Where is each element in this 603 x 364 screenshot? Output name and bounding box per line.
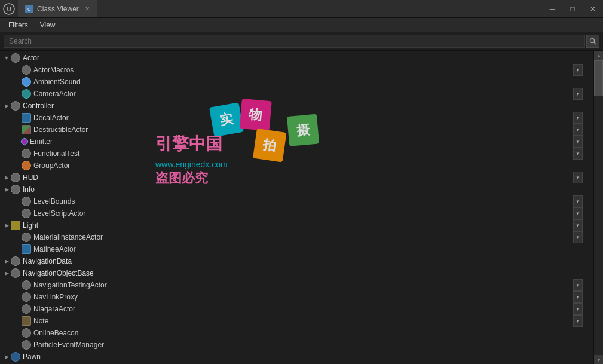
expand-arrow-navigationdata[interactable]: ▶ — [2, 257, 11, 265]
node-icon-light — [11, 221, 20, 230]
expand-arrow-navigationobjectbase[interactable]: ▶ — [2, 269, 11, 277]
tree-item-navigationtestingactor[interactable]: NavigationTestingActor▼ — [0, 279, 593, 291]
main-scrollbar[interactable]: ▲ ▼ — [593, 51, 603, 364]
tree-item-decalactor[interactable]: DecalActor▼ — [0, 112, 593, 124]
close-btn[interactable]: ✕ — [583, 0, 603, 18]
node-icon-emitter — [20, 137, 29, 146]
expand-arrow-pawn[interactable]: ▶ — [2, 353, 11, 361]
node-icon-navigationobjectbase — [11, 268, 20, 278]
search-icon — [589, 38, 596, 45]
item-label-actor: Actor — [23, 54, 39, 62]
dropdown-btn-note[interactable]: ▼ — [573, 315, 583, 327]
item-label-ambientsound: AmbientSound — [33, 78, 81, 86]
expand-arrow-controller[interactable]: ▶ — [2, 102, 11, 110]
item-label-groupactor: GroupActor — [33, 161, 70, 170]
dropdown-btn-emitter[interactable]: ▼ — [573, 136, 583, 148]
tree-item-niagaraactor[interactable]: NiagaraActor▼ — [0, 303, 593, 315]
main-content: ▼ActorActorMacros▼AmbientSoundCameraActo… — [0, 51, 603, 364]
item-label-navigationobjectbase: NavigationObjectBase — [23, 269, 94, 277]
expand-arrow-actor[interactable]: ▼ — [2, 54, 11, 62]
item-label-navigationdata: NavigationData — [23, 257, 72, 265]
scroll-track[interactable] — [594, 60, 603, 355]
tree-item-actor[interactable]: ▼Actor — [0, 52, 593, 64]
expand-arrow-info[interactable]: ▶ — [2, 185, 11, 194]
class-viewer-tab[interactable]: C Class Viewer ✕ — [18, 0, 97, 17]
dropdown-btn-levelscriptactor[interactable]: ▼ — [573, 207, 583, 219]
item-label-matineeactor: MatineeActor — [33, 245, 76, 253]
tree-item-hud[interactable]: ▶HUD▼ — [0, 172, 593, 183]
tree-item-materialinstanceactor[interactable]: MaterialInstanceActor▼ — [0, 231, 593, 243]
tree-item-particleeventmanager[interactable]: ParticleEventManager — [0, 339, 593, 351]
tree-view[interactable]: ▼ActorActorMacros▼AmbientSoundCameraActo… — [0, 51, 593, 364]
tree-item-ambientsound[interactable]: AmbientSound — [0, 76, 593, 88]
tree-item-onlinebeacon[interactable]: OnlineBeacon — [0, 327, 593, 339]
search-bar — [0, 32, 603, 51]
tab-close-btn[interactable]: ✕ — [85, 5, 90, 12]
item-label-levelbounds: LevelBounds — [33, 197, 75, 206]
item-label-onlinebeacon: OnlineBeacon — [33, 329, 78, 337]
node-icon-particleeventmanager — [22, 340, 31, 350]
minimize-btn[interactable]: ─ — [542, 0, 562, 18]
dropdown-btn-light[interactable]: ▼ — [573, 219, 583, 231]
node-icon-pawn — [11, 352, 20, 362]
search-button[interactable] — [586, 35, 599, 48]
svg-text:U: U — [7, 6, 11, 13]
tree-item-light[interactable]: ▶Light▼ — [0, 219, 593, 231]
dropdown-btn-hud[interactable]: ▼ — [573, 172, 583, 183]
tree-item-levelscriptactor[interactable]: LevelScriptActor▼ — [0, 207, 593, 219]
tab-label: Class Viewer — [37, 5, 79, 13]
item-label-materialinstanceactor: MaterialInstanceActor — [33, 233, 103, 241]
node-icon-controller — [11, 101, 20, 111]
node-icon-levelscriptactor — [22, 209, 31, 218]
dropdown-btn-levelbounds[interactable]: ▼ — [573, 195, 583, 207]
item-label-functionaltest: FunctionalTest — [33, 149, 79, 158]
dropdown-btn-navigationtestingactor[interactable]: ▼ — [573, 279, 583, 291]
dropdown-btn-destructibleactor[interactable]: ▼ — [573, 124, 583, 136]
item-label-particleeventmanager: ParticleEventManager — [33, 341, 104, 349]
scroll-down-btn[interactable]: ▼ — [594, 355, 603, 364]
tree-item-emitter[interactable]: Emitter▼ — [0, 136, 593, 148]
tree-item-functionaltest[interactable]: FunctionalTest▼ — [0, 148, 593, 160]
window-controls: ─ □ ✕ — [542, 0, 603, 17]
tree-item-info[interactable]: ▶Info — [0, 183, 593, 195]
tree-item-navlinkproxy[interactable]: NavLinkProxy▼ — [0, 291, 593, 303]
expand-arrow-light[interactable]: ▶ — [2, 221, 11, 230]
tree-item-navigationobjectbase[interactable]: ▶NavigationObjectBase — [0, 267, 593, 279]
dropdown-btn-materialinstanceactor[interactable]: ▼ — [573, 231, 583, 243]
tree-item-matineeactor[interactable]: MatineeActor — [0, 243, 593, 255]
node-icon-actor — [11, 53, 20, 63]
item-label-hud: HUD — [23, 173, 38, 182]
node-icon-actormacros — [22, 65, 31, 75]
tree-item-destructibleactor[interactable]: DestructibleActor▼ — [0, 124, 593, 136]
tree-item-groupactor[interactable]: GroupActor — [0, 160, 593, 172]
dropdown-btn-decalactor[interactable]: ▼ — [573, 112, 583, 124]
tree-item-actormacros[interactable]: ActorMacros▼ — [0, 64, 593, 76]
tree-item-levelbounds[interactable]: LevelBounds▼ — [0, 195, 593, 207]
dropdown-btn-cameraactor[interactable]: ▼ — [573, 88, 583, 100]
menu-filters[interactable]: Filters — [2, 18, 34, 32]
menu-view[interactable]: View — [34, 18, 62, 32]
item-label-pawn: Pawn — [23, 353, 41, 361]
node-icon-onlinebeacon — [22, 328, 31, 338]
dropdown-btn-functionaltest[interactable]: ▼ — [573, 148, 583, 160]
dropdown-btn-navlinkproxy[interactable]: ▼ — [573, 291, 583, 303]
dropdown-btn-niagaraactor[interactable]: ▼ — [573, 303, 583, 315]
maximize-btn[interactable]: □ — [562, 0, 583, 18]
tree-item-pawn[interactable]: ▶Pawn — [0, 351, 593, 363]
node-icon-groupactor — [22, 161, 31, 170]
tree-item-note[interactable]: Note▼ — [0, 315, 593, 327]
node-icon-navigationtestingactor — [22, 280, 31, 290]
scroll-up-btn[interactable]: ▲ — [594, 51, 603, 60]
tree-item-navigationdata[interactable]: ▶NavigationData — [0, 255, 593, 267]
node-icon-niagaraactor — [22, 304, 31, 314]
scroll-thumb[interactable] — [594, 60, 603, 96]
tab-bar: C Class Viewer ✕ — [18, 0, 542, 17]
item-label-cameraactor: CameraActor — [33, 90, 76, 98]
item-label-controller: Controller — [23, 102, 54, 110]
expand-arrow-hud[interactable]: ▶ — [2, 173, 11, 182]
tree-item-controller[interactable]: ▶Controller — [0, 100, 593, 112]
node-icon-hud — [11, 173, 20, 182]
tree-item-cameraactor[interactable]: CameraActor▼ — [0, 88, 593, 100]
dropdown-btn-actormacros[interactable]: ▼ — [573, 64, 583, 76]
search-input[interactable] — [4, 35, 585, 48]
